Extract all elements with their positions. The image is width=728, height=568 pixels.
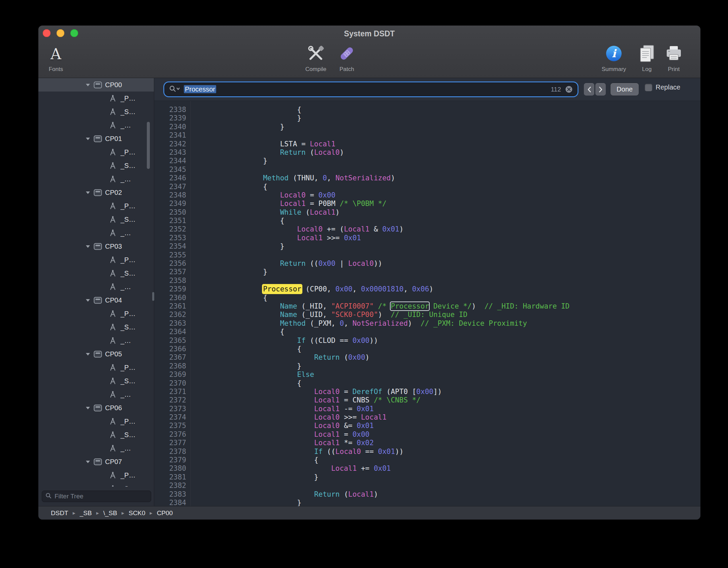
code-lines[interactable]: { } } LSTA = Local1 Return (Local0) } Me… <box>191 101 700 506</box>
line-number: 2360 <box>154 294 186 302</box>
tree-item-row[interactable]: _P… <box>38 253 154 267</box>
tree-item-row[interactable]: _… <box>38 118 154 132</box>
clear-search-button[interactable] <box>565 85 573 93</box>
compass-icon <box>109 364 121 371</box>
line-number: 2362 <box>154 311 186 319</box>
line-number: 2352 <box>154 225 186 234</box>
line-number: 2338 <box>154 106 186 114</box>
tree-item-row[interactable]: _S… <box>38 320 154 334</box>
tree-group-row[interactable]: CP06 <box>38 401 154 415</box>
disclosure-triangle-icon[interactable] <box>86 191 94 194</box>
code-line: } <box>229 499 700 506</box>
compass-icon <box>109 216 121 223</box>
disclosure-triangle-icon[interactable] <box>86 406 94 410</box>
line-number: 2363 <box>154 319 186 328</box>
compass-icon <box>109 471 121 479</box>
tree-item-row[interactable]: _S… <box>38 159 154 172</box>
sidebar-tree[interactable]: CP00_P…_S…_…CP01_P…_S…_…CP02_P…_S…_…CP03… <box>38 78 154 487</box>
tree-item-row[interactable]: _P… <box>38 199 154 213</box>
tree-item-row[interactable]: _P… <box>38 307 154 320</box>
code-line: Name (_UID, "SCK0-CP00") // _UID: Unique… <box>229 311 700 319</box>
search-field[interactable]: Processor 112 <box>165 83 577 96</box>
serif-a-icon: A <box>51 47 61 62</box>
line-number: 2358 <box>154 277 186 285</box>
tree-item-label: _P… <box>121 418 135 425</box>
code-line: } <box>229 123 700 131</box>
disclosure-triangle-icon[interactable] <box>86 299 94 302</box>
fonts-button[interactable]: A Fonts <box>38 43 83 73</box>
code-line: Else <box>229 370 700 379</box>
tree-group-row[interactable]: CP03 <box>38 240 154 253</box>
tree-item-row[interactable]: _S… <box>38 428 154 441</box>
disclosure-triangle-icon[interactable] <box>86 460 94 463</box>
filter-tree-input[interactable]: Filter Tree <box>42 491 151 502</box>
done-button[interactable]: Done <box>610 83 639 96</box>
bandage-icon <box>337 44 356 64</box>
tree-group-row[interactable]: CP02 <box>38 186 154 199</box>
compass-icon <box>109 256 121 263</box>
tree-item-row[interactable]: _P… <box>38 92 154 105</box>
code-line: Local0 = 0x00 <box>229 191 700 200</box>
code-line: } <box>229 114 700 122</box>
tree-item-row[interactable]: _S… <box>38 105 154 118</box>
tree-item-row[interactable]: _S… <box>38 374 154 388</box>
tree-item-row[interactable]: _S… <box>38 482 154 487</box>
filter-bar: Filter Tree <box>38 487 154 506</box>
tree-item-label: _P… <box>121 95 135 102</box>
tree-item-label: _… <box>121 445 131 452</box>
tree-item-row[interactable]: _… <box>38 388 154 401</box>
patch-label: Patch <box>339 66 354 73</box>
patch-button[interactable]: Patch <box>320 43 374 73</box>
line-number: 2348 <box>154 191 186 200</box>
compass-icon <box>109 431 121 438</box>
breadcrumb-item[interactable]: SCK0 <box>129 509 145 517</box>
breadcrumb-item[interactable]: _SB <box>80 509 92 517</box>
disclosure-triangle-icon[interactable] <box>86 353 94 356</box>
line-number: 2356 <box>154 259 186 268</box>
line-number: 2367 <box>154 353 186 362</box>
tree-group-row[interactable]: CP01 <box>38 132 154 145</box>
previous-match-button[interactable] <box>584 83 594 96</box>
tree-group-row[interactable]: CP05 <box>38 347 154 361</box>
breadcrumb-item[interactable]: CP00 <box>157 509 173 517</box>
line-number: 2370 <box>154 379 186 388</box>
tree-item-row[interactable]: _… <box>38 226 154 240</box>
tree-item-row[interactable]: _… <box>38 441 154 455</box>
search-input-text: Processor <box>184 85 216 93</box>
disclosure-triangle-icon[interactable] <box>86 245 94 248</box>
scope-icon <box>94 189 105 196</box>
line-number: 2340 <box>154 123 186 131</box>
breadcrumb-item[interactable]: DSDT <box>51 509 68 517</box>
print-label: Print <box>668 66 680 73</box>
breadcrumb-item[interactable]: \_SB <box>103 509 117 517</box>
replace-checkbox[interactable] <box>645 84 652 91</box>
next-match-button[interactable] <box>595 83 606 96</box>
tree-item-row[interactable]: _P… <box>38 361 154 374</box>
tree-item-row[interactable]: _S… <box>38 213 154 226</box>
code-line <box>229 251 700 259</box>
tree-item-row[interactable]: _… <box>38 172 154 186</box>
code-line: Local1 = P0BM /* \P0BM */ <box>229 200 700 208</box>
disclosure-triangle-icon[interactable] <box>86 137 94 140</box>
line-number: 2379 <box>154 456 186 464</box>
line-number: 2339 <box>154 114 186 122</box>
disclosure-triangle-icon[interactable] <box>86 83 94 86</box>
tree-item-row[interactable]: _P… <box>38 468 154 482</box>
tree-item-row[interactable]: _S… <box>38 267 154 280</box>
tree-item-row[interactable]: _P… <box>38 415 154 428</box>
line-number: 2341 <box>154 131 186 140</box>
search-menu-icon[interactable] <box>169 85 180 94</box>
tree-group-row[interactable]: CP00 <box>38 78 154 92</box>
tree-group-label: CP06 <box>105 404 122 412</box>
tree-group-row[interactable]: CP07 <box>38 455 154 468</box>
tree-item-row[interactable]: _P… <box>38 145 154 159</box>
line-number: 2374 <box>154 413 186 422</box>
sidebar-scrollbar-thumb[interactable] <box>147 122 150 169</box>
tree-item-row[interactable]: _… <box>38 280 154 293</box>
code-editor[interactable]: 2338233923402341234223432344234523462347… <box>154 101 700 506</box>
tree-item-row[interactable]: _… <box>38 334 154 347</box>
tree-item-label: _S… <box>121 377 135 385</box>
print-button[interactable]: Print <box>647 43 700 73</box>
tree-group-row[interactable]: CP04 <box>38 293 154 307</box>
editor-pane: Processor 112 Done <box>154 78 700 506</box>
